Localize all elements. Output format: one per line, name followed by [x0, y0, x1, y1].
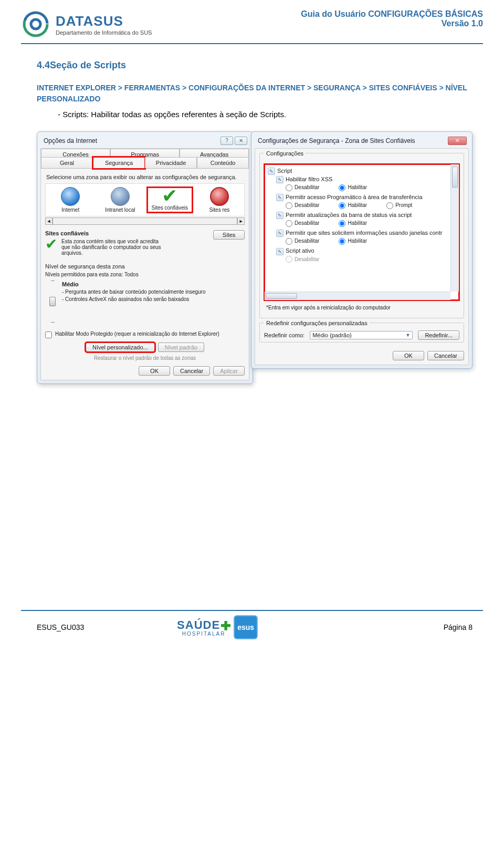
document-code: ESUS_GU033 — [37, 623, 84, 631]
section-title: 4.4Seção de Scripts — [37, 60, 472, 71]
protected-mode-checkbox[interactable]: Habilitar Modo Protegido (requer a reini… — [45, 331, 245, 338]
setting-icon: ✎ — [276, 194, 284, 201]
setting-icon: ✎ — [276, 176, 284, 183]
logo-subtitle: Departamento de Informática do SUS — [56, 29, 152, 36]
logo-title: DATASUS — [56, 13, 152, 29]
setting-icon: ✎ — [276, 230, 284, 237]
tabs-row-2: Geral Segurança Privacidade Conteúdo — [41, 157, 249, 169]
zone-internet[interactable]: Internet — [48, 187, 93, 213]
titlebar: Configurações de Segurança - Zona de Sit… — [255, 135, 469, 148]
dialog-title: Configurações de Segurança - Zona de Sit… — [258, 137, 415, 144]
scroll-right-icon[interactable]: ► — [237, 217, 245, 225]
esus-badge-icon: esus — [234, 615, 258, 639]
trusted-title: Sites confiáveis — [45, 230, 213, 236]
settings-group-label: Configurações — [264, 150, 306, 157]
radio-option[interactable]: Prompt — [369, 202, 412, 208]
page-number: Página 8 — [444, 623, 472, 631]
zone-restricted[interactable]: Sites res — [197, 187, 243, 213]
radio-option[interactable]: Habilitar — [321, 184, 367, 190]
footer-divider — [21, 610, 483, 611]
radio-option[interactable]: Habilitar — [321, 202, 367, 208]
plus-icon — [221, 621, 230, 630]
help-icon[interactable]: ? — [220, 137, 233, 145]
radio-option[interactable]: Desabilitar — [268, 202, 319, 208]
logo: DATASUS Departamento de Informática do S… — [21, 9, 152, 39]
sites-button[interactable]: Sites — [213, 230, 245, 240]
zone-prompt: Selecione uma zona para exibir ou altera… — [46, 174, 244, 180]
close-icon[interactable]: ✕ — [448, 137, 467, 145]
radio-option[interactable]: Desabilitar — [268, 184, 319, 190]
titlebar: Opções da Internet ? ✕ — [40, 135, 249, 148]
security-settings-dialog: Configurações de Segurança - Zona de Sit… — [251, 131, 472, 369]
reset-group-label: Redefinir configurações personalizadas — [264, 320, 370, 326]
checkmark-icon: ✔ — [45, 239, 57, 250]
tab-general[interactable]: Geral — [41, 157, 93, 168]
zones-list: Internet Intranet local ✔ Sites confiáve… — [45, 183, 245, 216]
radio-option[interactable]: Desabilitar — [268, 238, 319, 244]
radio-option[interactable]: Habilitar — [321, 238, 367, 244]
tab-privacy[interactable]: Privacidade — [145, 157, 197, 168]
reset-label: Redefinir como: — [264, 332, 304, 338]
setting-icon: ✎ — [276, 212, 284, 219]
instruction-bullet: - Scripts: Habilitar todas as opções ref… — [37, 110, 472, 119]
level-details: Médio - Pergunta antes de baixar conteúd… — [62, 281, 206, 323]
dialog-title: Opções da Internet — [44, 137, 97, 144]
restricted-icon — [210, 187, 229, 206]
datasus-logo-icon — [21, 9, 50, 39]
radio-option[interactable]: Desabilitar — [268, 220, 319, 226]
settings-tree[interactable]: ✎Script ✎Habilitar filtro XSS Desabilita… — [264, 164, 459, 300]
close-icon[interactable]: ✕ — [235, 137, 247, 145]
globe-icon — [61, 187, 80, 206]
reset-button[interactable]: Redefinir... — [418, 330, 459, 340]
apply-button[interactable]: Aplicar — [213, 366, 245, 376]
cancel-button[interactable]: Cancelar — [173, 366, 210, 376]
doc-meta: Guia do Usuário CONFIGURAÇÕES BÁSICAS Ve… — [301, 9, 483, 28]
default-level-button[interactable]: Nível padrão — [158, 343, 204, 352]
vertical-scrollbar[interactable] — [450, 164, 459, 292]
tab-security[interactable]: Segurança — [93, 157, 145, 169]
zone-scrollbar[interactable]: ◄ ► — [45, 217, 245, 225]
doc-version: Versão 1.0 — [301, 19, 483, 28]
setting-icon: ✎ — [276, 248, 284, 255]
cancel-button[interactable]: Cancelar — [427, 351, 464, 360]
ok-button[interactable]: OK — [393, 351, 424, 360]
chevron-down-icon: ▼ — [405, 333, 410, 338]
custom-level-button[interactable]: Nível personalizado... — [86, 343, 155, 352]
checkmark-icon: ✔ — [147, 187, 193, 205]
radio-option[interactable]: Desabilitar — [268, 256, 319, 262]
tab-content[interactable]: Conteúdo — [197, 157, 249, 168]
screenshot-figure: Opções da Internet ? ✕ Conexões Programa… — [37, 131, 472, 384]
zone-trusted-sites[interactable]: ✔ Sites confiáveis — [147, 187, 193, 213]
level-slider[interactable] — [48, 281, 57, 323]
page-header: DATASUS Departamento de Informática do S… — [0, 0, 504, 42]
levels-allowed: Níveis permitidos para esta zona: Todos — [45, 272, 245, 277]
zone-intranet[interactable]: Intranet local — [98, 187, 143, 213]
ok-button[interactable]: OK — [139, 366, 170, 376]
script-category-icon: ✎ — [268, 168, 275, 175]
doc-title: Guia do Usuário CONFIGURAÇÕES BÁSICAS — [301, 9, 483, 19]
scroll-left-icon[interactable]: ◄ — [45, 217, 52, 225]
navigation-path: INTERNET EXPLORER > FERRAMENTAS > CONFIG… — [37, 82, 472, 105]
restart-note: *Entra em vigor após a reinicialização d… — [266, 305, 459, 310]
security-level-title: Nível de segurança desta zona — [45, 263, 245, 269]
horizontal-scrollbar[interactable] — [265, 292, 450, 300]
footer-logo: SAÚDE HOSPITALAR esus — [177, 615, 258, 639]
reset-level-combobox[interactable]: Médio (padrão) ▼ — [310, 331, 413, 339]
svg-point-2 — [31, 19, 40, 29]
radio-option[interactable]: Habilitar — [321, 220, 367, 226]
intranet-icon — [111, 187, 130, 206]
trusted-description: Esta zona contém sites que você acredita… — [61, 239, 166, 256]
page-footer: ESUS_GU033 SAÚDE HOSPITALAR esus Página … — [0, 610, 504, 649]
internet-options-dialog: Opções da Internet ? ✕ Conexões Programa… — [37, 131, 253, 384]
restore-all-zones-button[interactable]: Restaurar o nível padrão de todas as zon… — [45, 355, 245, 361]
